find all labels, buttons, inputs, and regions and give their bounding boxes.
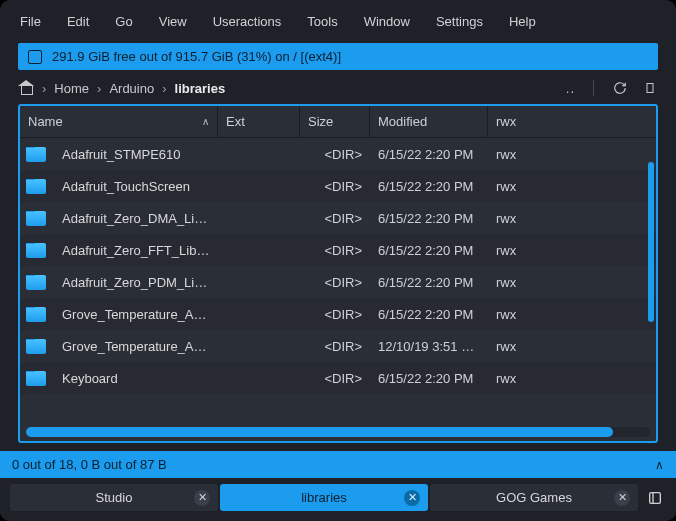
refresh-icon[interactable] [612,80,628,96]
tab-studio[interactable]: Studio ✕ [10,484,218,511]
header-rwx[interactable]: rwx [488,106,656,137]
menu-edit[interactable]: Edit [55,10,101,33]
new-tab-button[interactable] [644,487,666,509]
tab-label: libraries [301,490,347,505]
folder-icon [26,275,46,290]
folder-icon [26,307,46,322]
table-row[interactable]: Keyboard <DIR> 6/15/22 2:20 PM rwx [20,362,656,394]
row-name: Adafruit_TouchScreen [54,179,218,194]
folder-icon [26,243,46,258]
header-size[interactable]: Size [300,106,370,137]
header-modified[interactable]: Modified [370,106,488,137]
tab-gog-games[interactable]: GOG Games ✕ [430,484,638,511]
table-row[interactable]: Adafruit_Zero_PDM_Lib... <DIR> 6/15/22 2… [20,266,656,298]
row-modified: 6/15/22 2:20 PM [370,147,488,162]
free-space-text: 291.9 GiB free out of 915.7 GiB (31%) on… [52,49,341,64]
table-row[interactable]: Adafruit_TouchScreen <DIR> 6/15/22 2:20 … [20,170,656,202]
table-row[interactable]: Grove_Temperature_An... <DIR> 12/10/19 3… [20,330,656,362]
tab-libraries[interactable]: libraries ✕ [220,484,428,511]
menu-view[interactable]: View [147,10,199,33]
header-size-label: Size [308,114,333,129]
row-rwx: rwx [488,211,548,226]
disk-icon [28,50,42,64]
tab-bar: Studio ✕ libraries ✕ GOG Games ✕ [0,478,676,521]
row-size: <DIR> [300,147,370,162]
header-name-label: Name [28,114,63,129]
selection-status: 0 out of 18, 0 B out of 87 B [12,457,167,472]
crumb-libraries[interactable]: libraries [175,81,226,96]
sort-asc-icon: ∧ [202,116,209,127]
bookmark-icon[interactable] [642,80,658,96]
menu-tools[interactable]: Tools [295,10,349,33]
svg-rect-0 [647,84,653,93]
file-list-panel: Name ∧ Ext Size Modified rwx Adafruit_ST… [18,104,658,443]
crumb-arduino[interactable]: Arduino [109,81,154,96]
status-bar: 0 out of 18, 0 B out of 87 B ∧ [0,451,676,478]
file-manager-window: File Edit Go View Useractions Tools Wind… [0,0,676,521]
row-rwx: rwx [488,147,548,162]
folder-icon [26,179,46,194]
header-rwx-label: rwx [496,114,516,129]
divider [593,80,594,96]
chevron-right-icon: › [42,81,46,96]
close-icon[interactable]: ✕ [404,490,420,506]
table-row[interactable]: Adafruit_Zero_DMA_Lib... <DIR> 6/15/22 2… [20,202,656,234]
svg-rect-1 [650,492,661,503]
table-row[interactable]: Grove_Temperature_An... <DIR> 6/15/22 2:… [20,298,656,330]
breadcrumb: › Home › Arduino › libraries .. [0,70,676,104]
row-modified: 6/15/22 2:20 PM [370,307,488,322]
close-icon[interactable]: ✕ [194,490,210,506]
chevron-up-icon[interactable]: ∧ [655,458,664,472]
folder-icon [26,339,46,354]
go-up-button[interactable]: .. [560,81,581,96]
menubar: File Edit Go View Useractions Tools Wind… [0,0,676,43]
horizontal-scrollbar[interactable] [26,427,650,437]
chevron-right-icon: › [97,81,101,96]
row-rwx: rwx [488,339,548,354]
row-rwx: rwx [488,243,548,258]
table-row[interactable]: Adafruit_Zero_FFT_Libr... <DIR> 6/15/22 … [20,234,656,266]
folder-icon [26,147,46,162]
home-icon[interactable] [18,81,34,95]
row-name: Keyboard [54,371,218,386]
scrollbar-thumb[interactable] [26,427,613,437]
row-rwx: rwx [488,371,548,386]
row-rwx: rwx [488,179,548,194]
row-modified: 6/15/22 2:20 PM [370,275,488,290]
header-ext[interactable]: Ext [218,106,300,137]
header-modified-label: Modified [378,114,427,129]
row-modified: 6/15/22 2:20 PM [370,243,488,258]
row-modified: 6/15/22 2:20 PM [370,371,488,386]
column-headers: Name ∧ Ext Size Modified rwx [20,106,656,138]
row-size: <DIR> [300,179,370,194]
file-rows: Adafruit_STMPE610 <DIR> 6/15/22 2:20 PM … [20,138,656,423]
crumb-home[interactable]: Home [54,81,89,96]
menu-file[interactable]: File [8,10,53,33]
row-size: <DIR> [300,339,370,354]
menu-window[interactable]: Window [352,10,422,33]
row-size: <DIR> [300,211,370,226]
table-row[interactable]: Adafruit_STMPE610 <DIR> 6/15/22 2:20 PM … [20,138,656,170]
row-name: Adafruit_Zero_FFT_Libr... [54,243,218,258]
chevron-right-icon: › [162,81,166,96]
close-icon[interactable]: ✕ [614,490,630,506]
row-name: Adafruit_Zero_PDM_Lib... [54,275,218,290]
row-size: <DIR> [300,275,370,290]
row-rwx: rwx [488,307,548,322]
menu-help[interactable]: Help [497,10,548,33]
menu-go[interactable]: Go [103,10,144,33]
row-modified: 12/10/19 3:51 PM [370,339,488,354]
header-name[interactable]: Name ∧ [20,106,218,137]
header-ext-label: Ext [226,114,245,129]
menu-settings[interactable]: Settings [424,10,495,33]
menu-useractions[interactable]: Useractions [201,10,294,33]
folder-icon [26,211,46,226]
row-size: <DIR> [300,371,370,386]
free-space-bar[interactable]: 291.9 GiB free out of 915.7 GiB (31%) on… [18,43,658,70]
folder-icon [26,371,46,386]
vertical-scrollbar[interactable] [648,162,654,322]
row-size: <DIR> [300,243,370,258]
row-rwx: rwx [488,275,548,290]
row-name: Grove_Temperature_An... [54,307,218,322]
row-size: <DIR> [300,307,370,322]
